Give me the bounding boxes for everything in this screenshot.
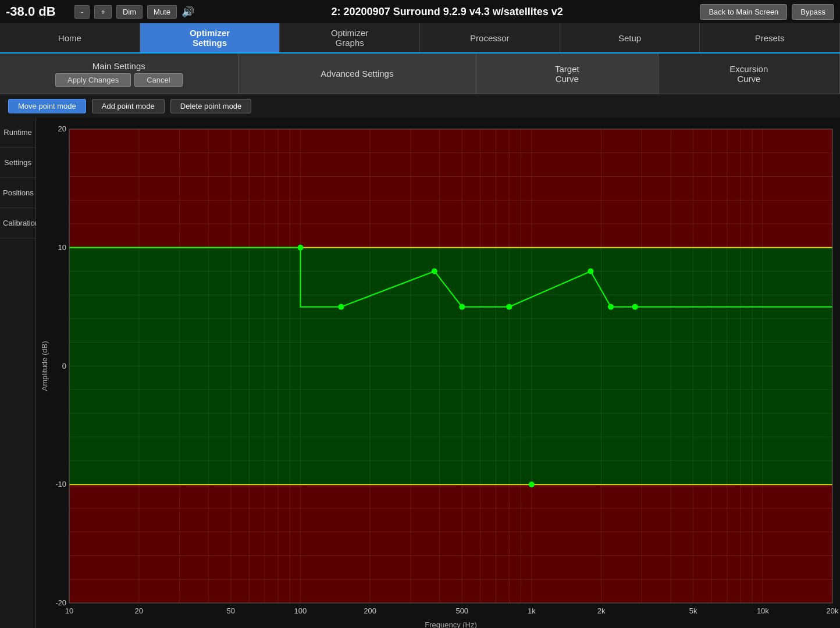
move-point-mode-btn[interactable]: Move point mode (8, 99, 86, 113)
tab-optimizer-graphs[interactable]: OptimizerGraphs (280, 23, 420, 52)
mode-bar: Move point mode Add point mode Delete po… (0, 94, 840, 117)
sub-tabs: Main Settings Apply Changes Cancel Advan… (0, 53, 840, 94)
add-point-mode-btn[interactable]: Add point mode (92, 99, 165, 113)
dim-btn[interactable]: Dim (116, 5, 143, 19)
bypass-btn[interactable]: Bypass (792, 4, 834, 20)
volume-display: -38.0 dB (6, 4, 70, 19)
back-to-main-btn[interactable]: Back to Main Screen (700, 4, 787, 20)
subtab-advanced-settings[interactable]: Advanced Settings (239, 53, 477, 94)
tab-home[interactable]: Home (0, 23, 140, 52)
tab-optimizer-settings[interactable]: OptimizerSettings (140, 23, 280, 52)
sidebar-calibration[interactable]: Calibration (0, 208, 35, 238)
target-curve-label: TargetCurve (555, 64, 579, 84)
advanced-settings-label: Advanced Settings (321, 69, 393, 78)
subtab-main-settings: Main Settings Apply Changes Cancel (0, 53, 239, 94)
top-bar: -38.0 dB - + Dim Mute 🔊 2: 20200907 Surr… (0, 0, 840, 23)
main-settings-actions: Apply Changes Cancel (55, 73, 183, 87)
tab-setup[interactable]: Setup (560, 23, 700, 52)
nav-tabs: Home OptimizerSettings OptimizerGraphs P… (0, 23, 840, 53)
main-settings-label: Main Settings (92, 61, 145, 71)
delete-point-mode-btn[interactable]: Delete point mode (170, 99, 252, 113)
subtab-excursion-curve[interactable]: ExcursionCurve (659, 53, 840, 94)
subtab-target-curve[interactable]: TargetCurve (476, 53, 658, 94)
excursion-curve-label: ExcursionCurve (729, 64, 768, 84)
plus-btn[interactable]: + (94, 5, 112, 19)
preset-title: 2: 20200907 Surround 9.2.9 v4.3 w/satell… (199, 6, 695, 18)
chart-container[interactable] (36, 117, 840, 628)
minus-btn[interactable]: - (74, 5, 90, 19)
apply-changes-btn[interactable]: Apply Changes (55, 73, 131, 87)
main-content: Runtime Settings Positions Calibration (0, 117, 840, 628)
mute-btn[interactable]: Mute (147, 5, 177, 19)
speaker-icon: 🔊 (181, 5, 194, 18)
excursion-chart[interactable] (39, 120, 840, 628)
sidebar-positions[interactable]: Positions (0, 178, 35, 208)
left-sidebar: Runtime Settings Positions Calibration (0, 117, 36, 628)
tab-presets[interactable]: Presets (700, 23, 840, 52)
sidebar-settings[interactable]: Settings (0, 148, 35, 178)
sidebar-runtime[interactable]: Runtime (0, 117, 35, 148)
cancel-btn[interactable]: Cancel (134, 73, 182, 87)
tab-processor[interactable]: Processor (420, 23, 560, 52)
